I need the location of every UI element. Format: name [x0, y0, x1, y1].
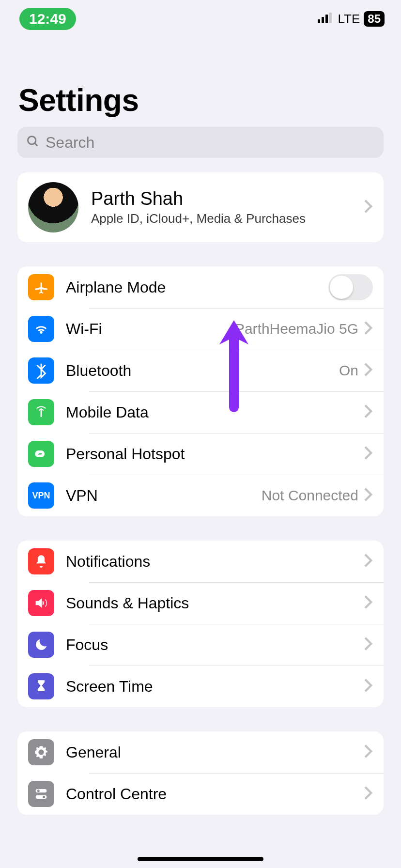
airplane-mode-row[interactable]: Airplane Mode — [17, 266, 384, 308]
mobile-data-label: Mobile Data — [66, 403, 149, 421]
chevron-right-icon — [364, 637, 373, 652]
profile-subtitle: Apple ID, iCloud+, Media & Purchases — [91, 211, 306, 226]
search-input[interactable]: Search — [17, 127, 384, 158]
chevron-right-icon — [364, 200, 373, 215]
hotspot-row[interactable]: Personal Hotspot — [17, 433, 384, 475]
sounds-label: Sounds & Haptics — [66, 594, 189, 612]
gear-icon — [28, 739, 54, 765]
screen-time-row[interactable]: Screen Time — [17, 666, 384, 707]
bluetooth-value: On — [339, 362, 358, 379]
focus-label: Focus — [66, 636, 108, 654]
preferences-group: Notifications Sounds & Haptics Focus Scr… — [17, 541, 384, 707]
profile-name: Parth Shah — [91, 188, 306, 209]
sounds-row[interactable]: Sounds & Haptics — [17, 582, 384, 624]
control-centre-label: Control Centre — [66, 785, 167, 803]
status-time: 12:49 — [19, 8, 76, 30]
connectivity-group: Airplane Mode Wi-Fi ParthHeemaJio 5G Blu… — [17, 266, 384, 516]
hourglass-icon — [28, 673, 54, 699]
battery-level: 85 — [364, 11, 385, 27]
svg-point-4 — [28, 137, 36, 144]
hotspot-label: Personal Hotspot — [66, 445, 185, 463]
airplane-icon — [28, 274, 54, 300]
page-title: Settings — [0, 34, 401, 127]
bluetooth-label: Bluetooth — [66, 362, 131, 380]
airplane-label: Airplane Mode — [66, 279, 166, 296]
wifi-icon — [28, 316, 54, 342]
airplane-toggle[interactable] — [328, 274, 373, 300]
wifi-label: Wi-Fi — [66, 320, 102, 338]
svg-line-5 — [35, 143, 38, 146]
wifi-row[interactable]: Wi-Fi ParthHeemaJio 5G — [17, 308, 384, 350]
bluetooth-icon — [28, 357, 54, 384]
svg-rect-2 — [325, 15, 328, 23]
chevron-right-icon — [364, 786, 373, 802]
chevron-right-icon — [364, 679, 373, 694]
svg-rect-0 — [318, 19, 320, 23]
vpn-row[interactable]: VPN VPN Not Connected — [17, 475, 384, 516]
notifications-label: Notifications — [66, 553, 150, 571]
bluetooth-row[interactable]: Bluetooth On — [17, 350, 384, 391]
focus-row[interactable]: Focus — [17, 624, 384, 666]
svg-point-9 — [43, 796, 45, 798]
profile-group: Parth Shah Apple ID, iCloud+, Media & Pu… — [17, 172, 384, 242]
speaker-icon — [28, 590, 54, 616]
screen-time-label: Screen Time — [66, 678, 153, 696]
apple-id-row[interactable]: Parth Shah Apple ID, iCloud+, Media & Pu… — [17, 172, 384, 242]
vpn-icon: VPN — [28, 482, 54, 509]
chevron-right-icon — [364, 446, 373, 462]
hotspot-icon — [28, 441, 54, 467]
chevron-right-icon — [364, 744, 373, 760]
svg-rect-1 — [322, 17, 324, 23]
toggles-icon — [28, 781, 54, 807]
svg-rect-3 — [329, 13, 332, 23]
notifications-row[interactable]: Notifications — [17, 541, 384, 582]
chevron-right-icon — [364, 488, 373, 503]
status-right: LTE 85 — [318, 11, 385, 27]
mobile-data-row[interactable]: Mobile Data — [17, 391, 384, 433]
system-group: General Control Centre — [17, 731, 384, 815]
wifi-value: ParthHeemaJio 5G — [235, 321, 358, 337]
status-bar: 12:49 LTE 85 — [0, 0, 401, 34]
vpn-label: VPN — [66, 487, 98, 505]
svg-point-7 — [37, 790, 40, 792]
chevron-right-icon — [364, 363, 373, 378]
chevron-right-icon — [364, 321, 373, 337]
antenna-icon — [28, 399, 54, 425]
search-placeholder: Search — [46, 134, 94, 152]
vpn-value: Not Connected — [262, 487, 358, 504]
avatar — [28, 182, 78, 232]
general-label: General — [66, 744, 121, 761]
chevron-right-icon — [364, 595, 373, 611]
search-icon — [26, 135, 40, 150]
control-centre-row[interactable]: Control Centre — [17, 773, 384, 815]
chevron-right-icon — [364, 554, 373, 569]
chevron-right-icon — [364, 404, 373, 420]
moon-icon — [28, 632, 54, 658]
home-indicator — [138, 857, 263, 861]
general-row[interactable]: General — [17, 731, 384, 773]
cellular-signal-icon — [318, 13, 334, 25]
bell-icon — [28, 548, 54, 574]
network-type: LTE — [338, 12, 360, 27]
